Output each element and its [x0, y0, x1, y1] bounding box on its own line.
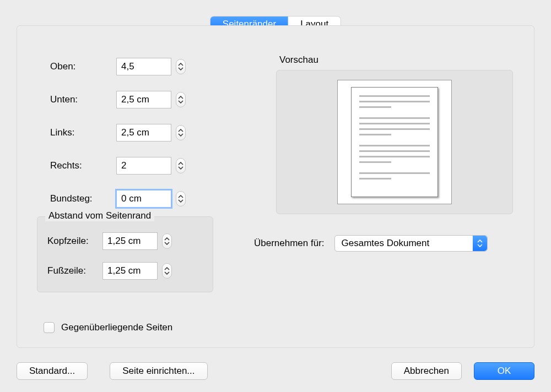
ok-button[interactable]: OK: [474, 362, 534, 380]
preview-column: Vorschau: [276, 55, 513, 214]
apply-select[interactable]: Gesamtes Dokument: [334, 235, 488, 252]
chevron-up-icon: [164, 237, 170, 241]
edge-distance-group: Abstand vom Seitenrand Kopfzeile: Fußzei…: [37, 216, 213, 292]
apply-row: Übernehmen für: Gesamtes Dokument: [254, 235, 488, 252]
bottom-margin-stepper: [116, 91, 186, 108]
footer-distance-label: Fußzeile:: [47, 265, 102, 276]
edge-distance-legend: Abstand vom Seitenrand: [45, 210, 154, 221]
chevron-down-icon: [178, 166, 183, 170]
right-margin-input[interactable]: [116, 157, 171, 175]
left-margin-spin[interactable]: [176, 125, 186, 140]
header-distance-label: Kopfzeile:: [47, 236, 102, 247]
chevron-down-icon: [164, 271, 170, 275]
preview-box: [276, 70, 513, 214]
top-margin-spin[interactable]: [176, 59, 186, 74]
cancel-button[interactable]: Abbrechen: [391, 362, 462, 380]
left-margin-input[interactable]: [116, 124, 171, 141]
gutter-spin[interactable]: [176, 191, 186, 206]
footer-distance-input[interactable]: [102, 262, 158, 280]
chevron-up-icon: [178, 129, 183, 132]
chevron-up-icon: [164, 267, 170, 270]
apply-select-value: Gesamtes Dokument: [342, 238, 430, 249]
mirror-pages-label: Gegenüberliegende Seiten: [61, 322, 172, 333]
bottom-margin-label: Unten:: [50, 94, 116, 105]
chevron-down-icon: [178, 67, 183, 70]
apply-label: Übernehmen für:: [254, 238, 325, 249]
gutter-stepper: [116, 190, 186, 208]
chevron-up-icon: [178, 96, 183, 99]
header-distance-spin[interactable]: [162, 233, 172, 249]
top-margin-label: Oben:: [50, 61, 116, 72]
mirror-pages-row: Gegenüberliegende Seiten: [44, 322, 172, 333]
preview-title: Vorschau: [279, 55, 513, 66]
dialog-buttons: Standard... Seite einrichten... Abbreche…: [17, 362, 534, 380]
margins-column: Oben: Unten: Links:: [50, 58, 226, 208]
bottom-margin-input[interactable]: [116, 91, 171, 108]
chevron-up-icon: [178, 195, 183, 198]
gutter-input[interactable]: [116, 190, 171, 208]
header-distance-stepper: [102, 232, 172, 250]
header-distance-input[interactable]: [102, 232, 158, 250]
chevron-up-icon: [178, 63, 183, 66]
right-margin-label: Rechts:: [50, 160, 116, 171]
right-margin-spin[interactable]: [176, 158, 186, 173]
mirror-pages-checkbox[interactable]: [44, 322, 55, 333]
gutter-label: Bundsteg:: [50, 193, 116, 204]
top-margin-input[interactable]: [116, 58, 171, 75]
footer-distance-stepper: [102, 262, 172, 280]
chevron-down-icon: [178, 133, 183, 137]
footer-distance-spin[interactable]: [162, 263, 172, 279]
select-arrows-icon: [473, 236, 487, 251]
top-margin-stepper: [116, 58, 186, 75]
left-margin-stepper: [116, 124, 186, 141]
chevron-down-icon: [164, 242, 170, 245]
preview-page-outer: [337, 80, 452, 204]
standard-button[interactable]: Standard...: [17, 362, 88, 380]
left-margin-label: Links:: [50, 127, 116, 138]
chevron-up-icon: [178, 162, 183, 165]
right-margin-stepper: [116, 157, 186, 175]
chevron-down-icon: [178, 100, 183, 104]
bottom-margin-spin[interactable]: [176, 92, 186, 107]
preview-page-inner: [351, 87, 438, 197]
page-setup-button[interactable]: Seite einrichten...: [110, 362, 207, 380]
chevron-down-icon: [178, 199, 183, 203]
margins-panel: Oben: Unten: Links:: [17, 25, 534, 348]
